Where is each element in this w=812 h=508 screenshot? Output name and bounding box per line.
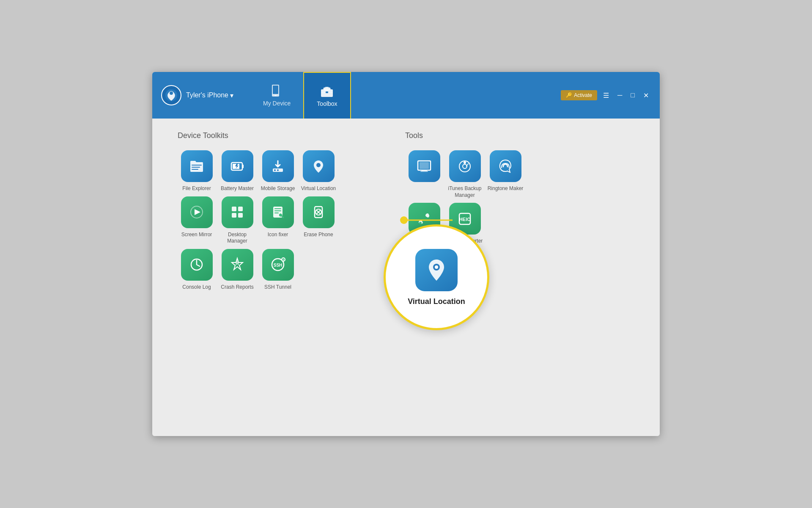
svg-rect-11 — [192, 165, 202, 166]
svg-rect-13 — [192, 169, 198, 170]
virtual-location-small-icon — [303, 150, 335, 182]
svg-rect-8 — [325, 87, 329, 88]
crash-reports-label: Crash Reports — [221, 284, 253, 291]
battery-master-icon — [222, 150, 253, 182]
console-log-label: Console Log — [182, 284, 211, 291]
svg-rect-4 — [273, 86, 278, 94]
svg-rect-23 — [232, 207, 236, 211]
ringtone-maker-label: Ringtone Maker — [488, 185, 524, 192]
svg-point-20 — [316, 163, 321, 167]
content-area: Device Toolkits File Explorer — [152, 119, 660, 436]
ssh-tunnel-label: SSH Tunnel — [264, 284, 291, 291]
ssh-tunnel-icon: SSH ® — [262, 249, 294, 281]
device-toolkits-title: Device Toolkits — [178, 131, 337, 140]
svg-point-51 — [435, 265, 438, 269]
window-controls: 🔑 Activate ☰ ─ □ ✕ — [561, 90, 651, 100]
close-button[interactable]: ✕ — [641, 91, 651, 100]
svg-point-44 — [464, 161, 466, 164]
tab-my-device[interactable]: My Device — [250, 72, 303, 119]
svg-rect-30 — [274, 213, 279, 213]
svg-rect-41 — [420, 171, 428, 172]
desktop-manager-label: Desktop Manager — [218, 232, 256, 245]
battery-master-label: Battery Master — [221, 185, 254, 192]
ringtone-maker-icon — [490, 150, 521, 182]
file-explorer-icon — [181, 150, 213, 182]
crash-reports-icon — [222, 249, 253, 281]
tools-title: Tools — [405, 131, 524, 140]
tool-ssh-tunnel[interactable]: SSH ® SSH Tunnel — [259, 249, 297, 291]
tool-device-screen[interactable] — [405, 150, 443, 199]
app-logo — [161, 85, 182, 106]
svg-rect-5 — [274, 95, 277, 96]
minimize-button[interactable]: ─ — [615, 91, 625, 100]
svg-point-19 — [277, 169, 279, 171]
icon-fixer-label: Icon fixer — [268, 232, 288, 238]
tool-mobile-storage[interactable]: Mobile Storage — [259, 150, 297, 192]
virtual-location-spotlight: Virtual Location — [384, 224, 489, 330]
svg-text:®: ® — [283, 259, 284, 261]
mobile-storage-icon — [262, 150, 294, 182]
itunes-backup-icon — [449, 150, 481, 182]
svg-rect-24 — [238, 207, 243, 211]
svg-rect-26 — [238, 213, 243, 218]
itunes-backup-label: iTunes Backup Manager — [446, 185, 484, 199]
tool-console-log[interactable]: Console Log — [178, 249, 216, 291]
svg-rect-28 — [274, 208, 281, 209]
tool-crash-reports[interactable]: Crash Reports — [218, 249, 256, 291]
erase-phone-icon — [303, 196, 335, 228]
file-explorer-label: File Explorer — [182, 185, 211, 192]
tab-toolbox[interactable]: Toolbox — [303, 72, 351, 119]
maximize-button[interactable]: □ — [628, 91, 637, 100]
tool-icon-fixer[interactable]: Icon fixer — [259, 196, 297, 245]
virtual-location-small-label: Virtual Location — [301, 185, 336, 192]
activate-button[interactable]: 🔑 Activate — [561, 90, 597, 100]
svg-rect-40 — [420, 162, 429, 169]
spotlight-icon — [415, 249, 458, 291]
svg-rect-12 — [192, 167, 200, 168]
device-name: Tyler's iPhone ▾ — [186, 91, 233, 99]
mobile-storage-label: Mobile Storage — [261, 185, 295, 192]
screen-mirror-icon — [181, 196, 213, 228]
tool-screen-mirror[interactable]: Screen Mirror — [178, 196, 216, 245]
svg-rect-25 — [232, 213, 236, 218]
tool-ringtone-maker[interactable]: Ringtone Maker — [486, 150, 524, 199]
tool-battery-master[interactable]: Battery Master — [218, 150, 256, 192]
screen-mirror-label: Screen Mirror — [181, 232, 212, 238]
desktop-manager-icon — [222, 196, 253, 228]
tool-erase-phone[interactable]: Erase Phone — [299, 196, 337, 245]
console-log-icon — [181, 249, 213, 281]
spotlight-label: Virtual Location — [408, 297, 465, 306]
svg-rect-15 — [242, 165, 244, 168]
svg-rect-10 — [326, 91, 328, 93]
svg-text:SSH: SSH — [274, 263, 283, 268]
svg-marker-22 — [195, 209, 200, 215]
titlebar: Tyler's iPhone ▾ My Device — [152, 72, 660, 119]
toolkits-section: Device Toolkits File Explorer — [178, 131, 337, 290]
menu-button[interactable]: ☰ — [601, 91, 612, 100]
svg-point-45 — [419, 222, 422, 224]
erase-phone-label: Erase Phone — [304, 232, 333, 238]
svg-point-2 — [170, 91, 173, 95]
svg-text:HEIC: HEIC — [459, 217, 470, 222]
tool-virtual-location-small[interactable]: Virtual Location — [299, 150, 337, 192]
tool-file-explorer[interactable]: File Explorer — [178, 150, 216, 192]
device-screen-icon — [409, 150, 440, 182]
nav-tabs: My Device Toolbox — [250, 72, 561, 119]
svg-point-18 — [274, 169, 276, 171]
tool-itunes-backup[interactable]: iTunes Backup Manager — [446, 150, 484, 199]
tool-desktop-manager[interactable]: Desktop Manager — [218, 196, 256, 245]
app-window: Tyler's iPhone ▾ My Device — [152, 72, 660, 436]
icon-fixer-icon — [262, 196, 294, 228]
svg-rect-29 — [274, 210, 281, 211]
